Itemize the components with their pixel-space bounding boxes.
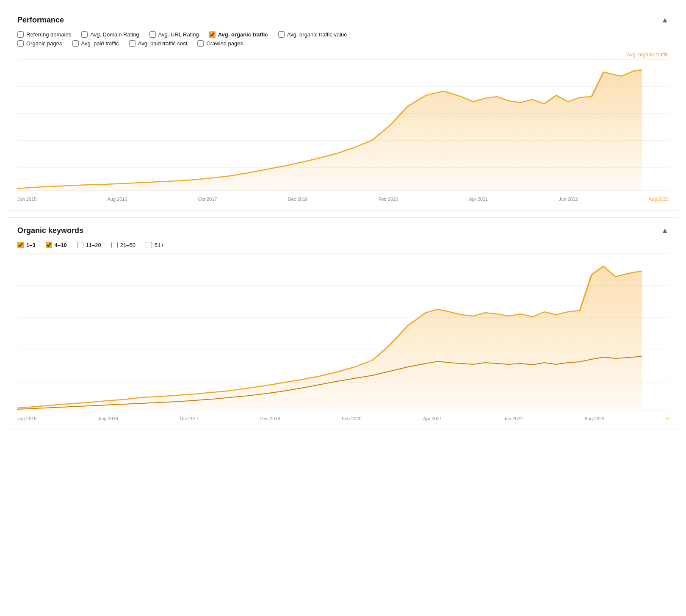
x-label-oct2017: Oct 2017 [198, 197, 217, 202]
checkbox-input-kw-1-3[interactable] [17, 242, 24, 248]
kw-x-label-oct2017: Oct 2017 [180, 416, 199, 421]
kw-x-label-aug2023: Aug 2023 [584, 416, 604, 421]
checkbox-input-kw-11-20[interactable] [77, 242, 83, 248]
organic-keywords-chart-container: 8K 6K 4K 2K 0 [17, 253, 669, 421]
kw-x-label-apr2021: Apr 2021 [423, 416, 442, 421]
organic-keywords-header: Organic keywords ▲ [17, 226, 669, 235]
kw-x-label-jun2022: Jun 2022 [503, 416, 523, 421]
checkbox-kw-1-3[interactable]: 1–3 [17, 242, 36, 248]
checkbox-input-avg-organic-traffic[interactable] [209, 31, 216, 38]
x-label-aug2023: Aug 2023 [649, 197, 669, 202]
checkbox-input-kw-4-10[interactable] [46, 242, 52, 248]
performance-chart-container: Avg. organic traffic 120K 90K 60K 30K 0 [17, 52, 669, 202]
organic-keywords-section: Organic keywords ▲ 1–3 4–10 11–20 21–50 … [7, 217, 679, 430]
performance-chart-area: 120K 90K 60K 30K 0 [17, 59, 669, 195]
checkbox-avg-organic-traffic[interactable]: Avg. organic traffic [209, 31, 268, 38]
checkbox-input-avg-dr[interactable] [81, 31, 88, 38]
performance-chart-legend: Avg. organic traffic [17, 52, 669, 58]
performance-section: Performance ▲ Referring domains Avg. Dom… [7, 7, 679, 211]
performance-chart-svg: 120K 90K 60K 30K 0 [17, 59, 669, 195]
kw-x-label-jun2015: Jun 2015 [17, 416, 36, 421]
organic-keywords-title: Organic keywords [17, 226, 83, 235]
x-label-dec2018: Dec 2018 [288, 197, 308, 202]
svg-marker-23 [17, 266, 642, 410]
checkbox-input-kw-51-plus[interactable] [146, 242, 152, 248]
svg-marker-11 [17, 70, 642, 191]
performance-x-axis: Jun 2015 Aug 2016 Oct 2017 Dec 2018 Feb … [17, 195, 669, 202]
kw-x-label-aug2016: Aug 2016 [98, 416, 118, 421]
organic-keywords-chart-svg: 8K 6K 4K 2K 0 [17, 253, 669, 414]
performance-title: Performance [17, 16, 64, 25]
organic-keywords-x-axis: Jun 2015 Aug 2016 Oct 2017 Dec 2018 Feb … [17, 414, 669, 421]
checkbox-organic-pages[interactable]: Organic pages [17, 40, 62, 47]
checkbox-kw-4-10[interactable]: 4–10 [46, 242, 67, 248]
checkbox-input-avg-paid-cost[interactable] [129, 40, 136, 47]
checkbox-input-avg-url[interactable] [149, 31, 156, 38]
checkbox-avg-url[interactable]: Avg. URL Rating [149, 31, 199, 38]
x-label-aug2016: Aug 2016 [107, 197, 127, 202]
checkbox-avg-dr[interactable]: Avg. Domain Rating [81, 31, 139, 38]
checkbox-input-organic-pages[interactable] [17, 40, 24, 47]
kw-x-label-feb2020: Feb 2020 [342, 416, 361, 421]
checkbox-input-crawled-pages[interactable] [197, 40, 204, 47]
checkbox-referring-domains[interactable]: Referring domains [17, 31, 71, 38]
x-label-jun2022: Jun 2022 [559, 197, 578, 202]
checkbox-avg-paid-cost[interactable]: Avg. paid traffic cost [129, 40, 188, 47]
checkbox-input-avg-paid[interactable] [72, 40, 79, 47]
checkbox-avg-paid[interactable]: Avg. paid traffic [72, 40, 119, 47]
checkbox-input-kw-21-50[interactable] [111, 242, 118, 248]
checkbox-input-referring-domains[interactable] [17, 31, 24, 38]
checkbox-kw-21-50[interactable]: 21–50 [111, 242, 136, 248]
x-label-jun2015: Jun 2015 [17, 197, 36, 202]
kw-x-label-dec2018: Dec 2018 [260, 416, 280, 421]
performance-collapse-btn[interactable]: ▲ [661, 16, 669, 25]
performance-header: Performance ▲ [17, 16, 669, 25]
organic-keywords-chart-area: 8K 6K 4K 2K 0 [17, 253, 669, 414]
performance-checkboxes-row2: Organic pages Avg. paid traffic Avg. pai… [17, 40, 669, 47]
x-label-feb2020: Feb 2020 [379, 197, 398, 202]
kw-x-label-zero: 0 [666, 416, 669, 421]
checkbox-input-avg-organic-value[interactable] [278, 31, 285, 38]
checkbox-avg-organic-value[interactable]: Avg. organic traffic value [278, 31, 347, 38]
checkbox-kw-51-plus[interactable]: 51+ [146, 242, 164, 248]
x-label-apr2021: Apr 2021 [469, 197, 488, 202]
checkbox-kw-11-20[interactable]: 11–20 [77, 242, 101, 248]
organic-keywords-collapse-btn[interactable]: ▲ [661, 226, 669, 235]
organic-keywords-checkboxes: 1–3 4–10 11–20 21–50 51+ [17, 242, 669, 248]
performance-checkboxes-row1: Referring domains Avg. Domain Rating Avg… [17, 31, 669, 38]
checkbox-crawled-pages[interactable]: Crawled pages [197, 40, 243, 47]
